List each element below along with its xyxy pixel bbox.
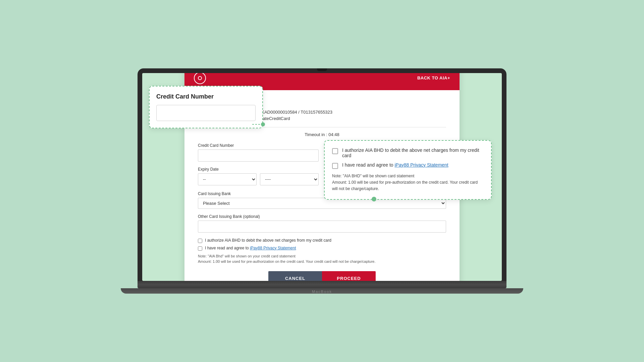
other-bank-group: Other Card Issuing Bank (optional)	[198, 214, 446, 233]
tooltip-note-line2: Amount: 1.00 will be used for pre-author…	[332, 179, 484, 192]
aia-logo	[194, 73, 206, 84]
note-text: Note: "AIA Bhd" will be shown on your cr…	[198, 253, 446, 264]
expiry-year-select[interactable]: ---- 2024202520262027	[260, 173, 319, 185]
privacy-text: I have read and agree to iPay88 Privacy …	[205, 246, 296, 250]
tooltip-privacy-text: I have read and agree to iPay88 Privacy …	[342, 162, 448, 168]
tooltip-privacy-link[interactable]: iPay88 Privacy Statement	[394, 162, 448, 168]
tooltip-note-line1: Note: "AIA BHD" will be shown card state…	[332, 173, 484, 179]
tooltip-bottom-dot	[372, 197, 376, 201]
expiry-selects: -- 01020304 05060708 09101112 ---- 20242…	[198, 173, 319, 185]
other-bank-input[interactable]	[198, 221, 446, 233]
privacy-prefix: I have read and agree to	[205, 246, 250, 250]
tooltip-privacy-prefix: I have read and agree to	[342, 162, 394, 168]
cancel-button[interactable]: CANCEL	[268, 271, 322, 281]
tooltip-card-number-title: Credit Card Number	[156, 93, 256, 100]
ref-value: MYEAD00000010584 / T013157655323	[255, 110, 332, 115]
macbook-bottom: MacBook	[121, 288, 523, 294]
tooltip-authorize-label: I authorize AIA BHD to debit the above n…	[342, 147, 484, 158]
button-row: CANCEL PROCEED	[198, 271, 446, 281]
privacy-checkbox[interactable]	[198, 246, 202, 251]
macbook-notch	[317, 68, 327, 71]
timeout-label: Timeout in : 04:48	[305, 132, 339, 137]
tooltip-card-number-input[interactable]	[156, 105, 256, 121]
form-row-4: Other Card Issuing Bank (optional)	[198, 214, 446, 233]
tooltip-authorize-row: I authorize AIA BHD to debit the above n…	[332, 147, 484, 158]
tooltip-note: Note: "AIA BHD" will be shown card state…	[332, 173, 484, 192]
macbook-label: MacBook	[312, 290, 332, 294]
authorize-label: I authorize AIA BHD to debit the above n…	[205, 238, 331, 243]
macbook-screen-outer: BACK TO AIA+ MYR 1.00 Ipay88 Test Accoun…	[138, 68, 506, 281]
tooltip-card-number: Credit Card Number	[149, 86, 263, 128]
tooltip-privacy-row: I have read and agree to iPay88 Privacy …	[332, 162, 484, 169]
macbook-container: BACK TO AIA+ MYR 1.00 Ipay88 Test Accoun…	[138, 68, 506, 294]
tooltip-checkbox-section: I authorize AIA BHD to debit the above n…	[324, 140, 492, 200]
macbook-screen: BACK TO AIA+ MYR 1.00 Ipay88 Test Accoun…	[142, 73, 502, 281]
privacy-checkbox-row: I have read and agree to iPay88 Privacy …	[198, 246, 446, 251]
note-line2: Amount: 1.00 will be used for pre-author…	[198, 259, 446, 264]
tooltip-authorize-checkbox[interactable]	[332, 148, 338, 154]
authorize-checkbox-row: I authorize AIA BHD to debit the above n…	[198, 238, 446, 243]
expiry-month-select[interactable]: -- 01020304 05060708 09101112	[198, 173, 257, 185]
back-to-aia-button[interactable]: BACK TO AIA+	[417, 75, 450, 80]
proceed-button[interactable]: PROCEED	[322, 271, 376, 281]
page-content: BACK TO AIA+ MYR 1.00 Ipay88 Test Accoun…	[142, 73, 502, 281]
macbook-base	[138, 281, 506, 288]
expiry-group: Expiry Date -- 01020304 05060708 0910111…	[198, 167, 319, 186]
note-line1: Note: "AIA Bhd" will be shown on your cr…	[198, 253, 446, 259]
other-bank-label: Other Card Issuing Bank (optional)	[198, 214, 446, 219]
privacy-link[interactable]: iPay88 Privacy Statement	[250, 246, 296, 250]
checkbox-section: I authorize AIA BHD to debit the above n…	[198, 238, 446, 264]
authorize-checkbox[interactable]	[198, 239, 202, 243]
aia-logo-inner	[198, 76, 202, 80]
expiry-label: Expiry Date	[198, 167, 319, 172]
tooltip-privacy-checkbox[interactable]	[332, 163, 338, 169]
connector-svg-left	[225, 124, 266, 151]
svg-point-1	[261, 122, 265, 126]
